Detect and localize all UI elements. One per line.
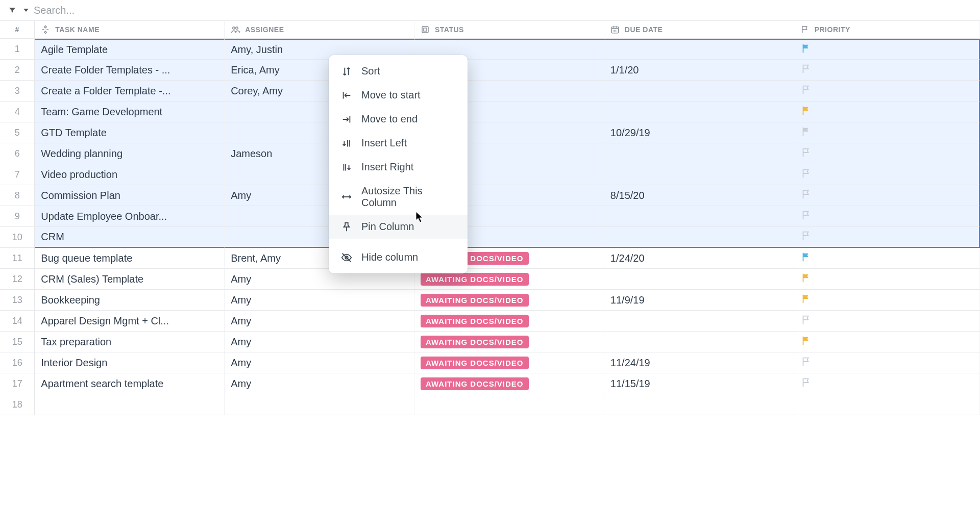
priority-cell[interactable]: [794, 164, 980, 185]
status-cell[interactable]: [414, 394, 604, 415]
context-autosize[interactable]: Autosize This Column: [329, 179, 468, 215]
task-name-cell[interactable]: CRM: [35, 227, 225, 248]
priority-cell[interactable]: [794, 394, 980, 415]
context-insert-right[interactable]: Insert Right: [329, 155, 468, 179]
table-row[interactable]: 10CRM: [0, 227, 980, 248]
due-date-cell[interactable]: 10/29/19: [604, 122, 794, 143]
column-header-assignee[interactable]: ASSIGNEE: [225, 20, 414, 39]
priority-cell[interactable]: [794, 352, 980, 373]
priority-cell[interactable]: [794, 185, 980, 206]
priority-cell[interactable]: [794, 81, 980, 102]
priority-cell[interactable]: [794, 311, 980, 332]
due-date-cell[interactable]: [604, 311, 794, 332]
due-date-cell[interactable]: [604, 143, 794, 164]
status-cell[interactable]: AWAITING DOCS/VIDEO: [414, 352, 604, 373]
due-date-cell[interactable]: [604, 81, 794, 102]
priority-cell[interactable]: [794, 122, 980, 143]
task-name-cell[interactable]: Tax preparation: [35, 332, 225, 352]
due-date-cell[interactable]: 1/1/20: [604, 60, 794, 81]
due-date-cell[interactable]: 11/9/19: [604, 290, 794, 311]
priority-cell[interactable]: [794, 332, 980, 352]
table-row[interactable]: 15Tax preparationAmyAWAITING DOCS/VIDEO: [0, 332, 980, 352]
task-name-cell[interactable]: Wedding planning: [35, 143, 225, 164]
task-name-cell[interactable]: CRM (Sales) Template: [35, 269, 225, 290]
due-date-cell[interactable]: [604, 206, 794, 227]
assignee-cell[interactable]: Amy: [225, 311, 414, 332]
table-row[interactable]: 8Commission PlanAmy8/15/20: [0, 185, 980, 206]
task-name-cell[interactable]: Create Folder Templates - ...: [35, 60, 225, 81]
filter-icon[interactable]: [8, 6, 16, 14]
status-cell[interactable]: AWAITING DOCS/VIDEO: [414, 311, 604, 332]
due-date-cell[interactable]: 8/15/20: [604, 185, 794, 206]
due-date-cell[interactable]: [604, 102, 794, 122]
due-date-cell[interactable]: 11/15/19: [604, 373, 794, 394]
column-header-task[interactable]: TASK NAME: [35, 20, 225, 39]
task-name-cell[interactable]: Agile Template: [35, 39, 225, 60]
due-date-cell[interactable]: [604, 164, 794, 185]
priority-cell[interactable]: [794, 373, 980, 394]
context-hide[interactable]: Hide column: [329, 245, 468, 269]
assignee-cell[interactable]: [225, 394, 414, 415]
column-header-due[interactable]: 31 DUE DATE: [604, 20, 794, 39]
assignee-cell[interactable]: Amy: [225, 352, 414, 373]
due-date-cell[interactable]: 1/24/20: [604, 248, 794, 269]
due-date-cell[interactable]: 11/24/19: [604, 352, 794, 373]
status-cell[interactable]: AWAITING DOCS/VIDEO: [414, 373, 604, 394]
status-cell[interactable]: AWAITING DOCS/VIDEO: [414, 290, 604, 311]
task-name-cell[interactable]: GTD Template: [35, 122, 225, 143]
assignee-cell[interactable]: Amy: [225, 290, 414, 311]
task-name-cell[interactable]: Interior Design: [35, 352, 225, 373]
table-row[interactable]: 12CRM (Sales) TemplateAmyAWAITING DOCS/V…: [0, 269, 980, 290]
table-row[interactable]: 18: [0, 394, 980, 415]
table-row[interactable]: 9Update Employee Onboar...: [0, 206, 980, 227]
column-header-priority[interactable]: PRIORITY: [794, 20, 980, 39]
table-row[interactable]: 17Apartment search templateAmyAWAITING D…: [0, 373, 980, 394]
table-row[interactable]: 1Agile TemplateAmy, Justin: [0, 39, 980, 60]
priority-cell[interactable]: [794, 227, 980, 248]
task-name-cell[interactable]: Commission Plan: [35, 185, 225, 206]
assignee-cell[interactable]: Amy: [225, 332, 414, 352]
priority-cell[interactable]: [794, 60, 980, 81]
priority-cell[interactable]: [794, 39, 980, 60]
search-input[interactable]: [34, 5, 163, 16]
table-row[interactable]: 14Apparel Design Mgmt + Cl...AmyAWAITING…: [0, 311, 980, 332]
task-name-cell[interactable]: Video production: [35, 164, 225, 185]
context-move-start[interactable]: Move to start: [329, 83, 468, 107]
priority-cell[interactable]: [794, 206, 980, 227]
table-row[interactable]: 2Create Folder Templates - ...Erica, Amy…: [0, 60, 980, 81]
column-header-number[interactable]: #: [0, 20, 35, 39]
task-name-cell[interactable]: Update Employee Onboar...: [35, 206, 225, 227]
due-date-cell[interactable]: [604, 269, 794, 290]
filter-dropdown-caret-icon[interactable]: [23, 9, 29, 12]
table-row[interactable]: 11Bug queue templateBrent, AmyAWAITING D…: [0, 248, 980, 269]
table-row[interactable]: 7Video production: [0, 164, 980, 185]
task-name-cell[interactable]: [35, 394, 225, 415]
table-row[interactable]: 13BookkeepingAmyAWAITING DOCS/VIDEO11/9/…: [0, 290, 980, 311]
task-name-cell[interactable]: Team: Game Development: [35, 102, 225, 122]
task-name-cell[interactable]: Bookkeeping: [35, 290, 225, 311]
priority-cell[interactable]: [794, 290, 980, 311]
due-date-cell[interactable]: [604, 227, 794, 248]
priority-cell[interactable]: [794, 143, 980, 164]
assignee-cell[interactable]: Amy: [225, 373, 414, 394]
column-header-status[interactable]: STATUS: [414, 20, 604, 39]
status-cell[interactable]: AWAITING DOCS/VIDEO: [414, 332, 604, 352]
due-date-cell[interactable]: [604, 39, 794, 60]
task-name-cell[interactable]: Apparel Design Mgmt + Cl...: [35, 311, 225, 332]
task-name-cell[interactable]: Apartment search template: [35, 373, 225, 394]
priority-cell[interactable]: [794, 269, 980, 290]
priority-cell[interactable]: [794, 248, 980, 269]
context-sort[interactable]: Sort: [329, 59, 468, 83]
context-insert-left[interactable]: Insert Left: [329, 131, 468, 155]
context-pin[interactable]: Pin Column: [329, 215, 468, 239]
priority-cell[interactable]: [794, 102, 980, 122]
context-move-end[interactable]: Move to end: [329, 107, 468, 131]
table-row[interactable]: 16Interior DesignAmyAWAITING DOCS/VIDEO1…: [0, 352, 980, 373]
table-row[interactable]: 6Wedding planningJameson: [0, 143, 980, 164]
table-row[interactable]: 3Create a Folder Template -...Corey, Amy: [0, 81, 980, 102]
due-date-cell[interactable]: [604, 394, 794, 415]
table-row[interactable]: 5GTD Template10/29/19: [0, 122, 980, 143]
task-name-cell[interactable]: Create a Folder Template -...: [35, 81, 225, 102]
task-name-cell[interactable]: Bug queue template: [35, 248, 225, 269]
table-row[interactable]: 4Team: Game Development: [0, 102, 980, 122]
